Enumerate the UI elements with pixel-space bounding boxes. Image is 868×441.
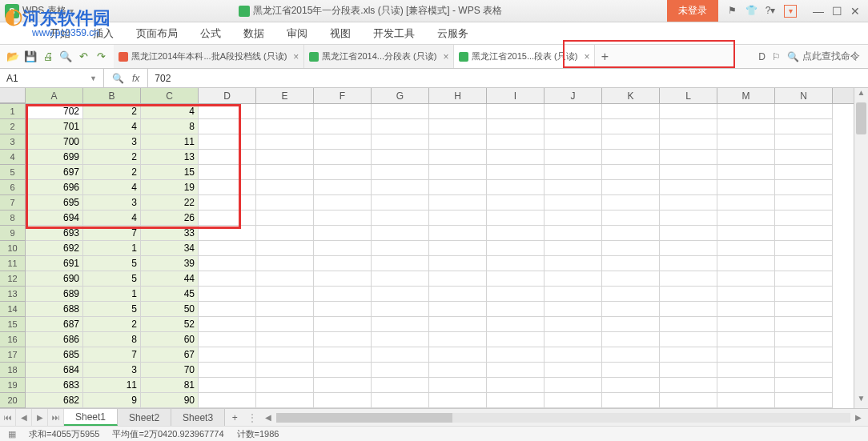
cell[interactable]: 2 xyxy=(83,317,141,332)
cell[interactable] xyxy=(602,256,660,271)
cell[interactable] xyxy=(717,332,775,347)
cell[interactable] xyxy=(602,210,660,226)
cell[interactable] xyxy=(487,210,545,226)
cell[interactable] xyxy=(199,180,256,195)
menu-review[interactable]: 审阅 xyxy=(275,26,319,41)
cell[interactable] xyxy=(256,302,314,317)
cell[interactable] xyxy=(314,104,372,119)
scroll-down-icon[interactable]: ▼ xyxy=(854,394,868,408)
cell[interactable] xyxy=(717,378,775,393)
cell[interactable]: 15 xyxy=(141,165,199,180)
menu-cloud[interactable]: 云服务 xyxy=(426,26,480,41)
cell[interactable] xyxy=(602,134,660,150)
cell[interactable] xyxy=(256,226,314,241)
cell[interactable] xyxy=(775,363,833,378)
cell[interactable] xyxy=(199,287,256,302)
cell[interactable] xyxy=(775,104,833,119)
cell[interactable] xyxy=(314,150,372,165)
cell[interactable] xyxy=(487,104,545,119)
menu-formula[interactable]: 公式 xyxy=(189,26,232,41)
sheet-nav-last-icon[interactable]: ⏭ xyxy=(48,409,64,426)
cell[interactable] xyxy=(314,271,372,287)
cell[interactable]: 3 xyxy=(83,134,141,150)
cell[interactable] xyxy=(487,226,545,241)
cell[interactable]: 52 xyxy=(141,317,199,332)
hscroll-right-icon[interactable]: ▶ xyxy=(852,413,865,422)
cell[interactable] xyxy=(660,195,717,210)
cell[interactable]: 7 xyxy=(83,226,141,241)
cell[interactable] xyxy=(660,150,717,165)
cell[interactable] xyxy=(429,363,487,378)
cell[interactable] xyxy=(199,332,256,347)
col-header-L[interactable]: L xyxy=(660,88,717,103)
close-button[interactable]: ✕ xyxy=(850,5,860,18)
cell[interactable]: 4 xyxy=(83,210,141,226)
row-header[interactable]: 4 xyxy=(0,150,26,165)
cell[interactable] xyxy=(602,165,660,180)
cell[interactable] xyxy=(487,271,545,287)
feedback-icon[interactable]: ▾ xyxy=(784,5,797,18)
cell[interactable]: 8 xyxy=(141,119,199,134)
cell[interactable] xyxy=(660,180,717,195)
cell[interactable] xyxy=(775,241,833,256)
help-dropdown-icon[interactable]: ?▾ xyxy=(765,5,776,18)
cell[interactable] xyxy=(199,104,256,119)
cell[interactable] xyxy=(256,134,314,150)
cell[interactable] xyxy=(314,134,372,150)
row-header[interactable]: 15 xyxy=(0,317,26,332)
cell[interactable] xyxy=(545,256,602,271)
row-header[interactable]: 2 xyxy=(0,119,26,134)
cell[interactable] xyxy=(545,210,602,226)
cell[interactable] xyxy=(372,180,429,195)
row-header[interactable]: 12 xyxy=(0,271,26,287)
vscroll-track[interactable] xyxy=(854,102,868,394)
cell[interactable] xyxy=(545,119,602,134)
cell[interactable]: 11 xyxy=(83,378,141,393)
cell[interactable]: 1 xyxy=(83,241,141,256)
cell[interactable]: 700 xyxy=(26,134,83,150)
cell[interactable] xyxy=(314,210,372,226)
cell[interactable]: 690 xyxy=(26,271,83,287)
cell[interactable] xyxy=(717,271,775,287)
cell[interactable] xyxy=(256,150,314,165)
cell[interactable] xyxy=(660,134,717,150)
cell[interactable]: 2 xyxy=(83,165,141,180)
cell[interactable] xyxy=(660,104,717,119)
cell[interactable] xyxy=(199,302,256,317)
cell[interactable] xyxy=(372,363,429,378)
cell[interactable]: 695 xyxy=(26,195,83,210)
cell[interactable] xyxy=(372,347,429,363)
undo-icon[interactable]: ↶ xyxy=(77,50,90,63)
cell[interactable] xyxy=(372,210,429,226)
cell[interactable] xyxy=(314,363,372,378)
vscroll-thumb[interactable] xyxy=(856,102,866,134)
cell[interactable] xyxy=(775,210,833,226)
cell[interactable] xyxy=(775,180,833,195)
col-header-I[interactable]: I xyxy=(487,88,545,103)
sheet-nav-first-icon[interactable]: ⏮ xyxy=(0,409,16,426)
d-icon[interactable]: D xyxy=(758,51,766,62)
doc-tab-1[interactable]: 黑龙江省2014...分段表 (只读) × xyxy=(304,45,454,68)
cell[interactable] xyxy=(602,332,660,347)
cell[interactable] xyxy=(545,165,602,180)
hscroll-split-icon[interactable]: ⋮ xyxy=(247,412,257,423)
sheet-tab-3[interactable]: Sheet3 xyxy=(171,409,225,426)
horizontal-scrollbar[interactable]: ⋮ ◀ ▶ xyxy=(244,409,868,426)
cell[interactable]: 19 xyxy=(141,180,199,195)
cell[interactable] xyxy=(660,317,717,332)
row-header[interactable]: 1 xyxy=(0,104,26,119)
menu-view[interactable]: 视图 xyxy=(319,26,362,41)
cell[interactable] xyxy=(775,393,833,408)
fx-search-icon[interactable]: 🔍 xyxy=(112,73,124,84)
cell[interactable] xyxy=(660,226,717,241)
preview-icon[interactable]: 🔍 xyxy=(59,50,72,63)
cell[interactable] xyxy=(199,226,256,241)
cell[interactable] xyxy=(487,150,545,165)
cell[interactable] xyxy=(314,287,372,302)
scroll-up-icon[interactable]: ▲ xyxy=(854,88,868,102)
cell[interactable] xyxy=(717,119,775,134)
cell[interactable] xyxy=(602,195,660,210)
cell[interactable] xyxy=(429,393,487,408)
name-box-dropdown-icon[interactable]: ▼ xyxy=(90,74,97,82)
login-button[interactable]: 未登录 xyxy=(667,0,718,22)
